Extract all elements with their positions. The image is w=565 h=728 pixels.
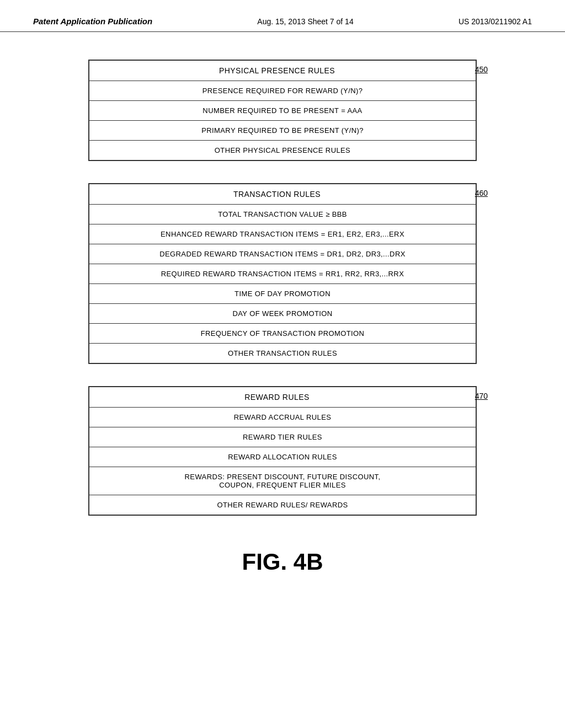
diagram-physical-presence: 450 PHYSICAL PRESENCE RULES PRESENCE REQ… [88, 60, 477, 161]
degraded-reward-row: DEGRADED REWARD TRANSACTION ITEMS = DR1,… [89, 244, 476, 264]
transaction-rules-title: TRANSACTION RULES [89, 184, 476, 205]
rewards-types-row: REWARDS: PRESENT DISCOUNT, FUTURE DISCOU… [89, 467, 476, 495]
publication-date-sheet: Aug. 15, 2013 Sheet 7 of 14 [257, 17, 353, 26]
reference-450: 450 [475, 65, 488, 74]
diagram-transaction-rules: 460 TRANSACTION RULES TOTAL TRANSACTION … [88, 183, 477, 364]
frequency-row: FREQUENCY OF TRANSACTION PROMOTION [89, 324, 476, 344]
presence-required-row: PRESENCE REQUIRED FOR REWARD (Y/N)? [89, 81, 476, 101]
time-of-day-row: TIME OF DAY PROMOTION [89, 284, 476, 304]
reward-accrual-row: REWARD ACCRUAL RULES [89, 408, 476, 427]
reward-rules-title: REWARD RULES [89, 387, 476, 408]
page-header: Patent Application Publication Aug. 15, … [0, 0, 565, 32]
day-of-week-row: DAY OF WEEK PROMOTION [89, 304, 476, 324]
other-physical-row: OTHER PHYSICAL PRESENCE RULES [89, 141, 476, 160]
total-transaction-row: TOTAL TRANSACTION VALUE ≥ BBB [89, 205, 476, 224]
primary-required-row: PRIMARY REQUIRED TO BE PRESENT (Y/N)? [89, 121, 476, 141]
reference-460: 460 [475, 189, 488, 197]
enhanced-reward-row: ENHANCED REWARD TRANSACTION ITEMS = ER1,… [89, 224, 476, 244]
diagram-reward-rules: 470 REWARD RULES REWARD ACCRUAL RULES RE… [88, 386, 477, 516]
publication-title: Patent Application Publication [33, 17, 152, 26]
required-reward-row: REQUIRED REWARD TRANSACTION ITEMS = RR1,… [89, 264, 476, 284]
publication-number: US 2013/0211902 A1 [459, 17, 532, 26]
other-transaction-row: OTHER TRANSACTION RULES [89, 344, 476, 363]
reward-allocation-row: REWARD ALLOCATION RULES [89, 447, 476, 467]
physical-presence-title: PHYSICAL PRESENCE RULES [89, 61, 476, 81]
reference-470: 470 [475, 392, 488, 400]
main-content: 450 PHYSICAL PRESENCE RULES PRESENCE REQ… [0, 38, 565, 597]
figure-caption: FIG. 4B [88, 549, 477, 575]
reward-rules-box: REWARD RULES REWARD ACCRUAL RULES REWARD… [88, 386, 477, 516]
physical-presence-box: PHYSICAL PRESENCE RULES PRESENCE REQUIRE… [88, 60, 477, 161]
transaction-rules-box: TRANSACTION RULES TOTAL TRANSACTION VALU… [88, 183, 477, 364]
number-required-row: NUMBER REQUIRED TO BE PRESENT = AAA [89, 101, 476, 121]
reward-tier-row: REWARD TIER RULES [89, 427, 476, 447]
other-reward-row: OTHER REWARD RULES/ REWARDS [89, 495, 476, 515]
